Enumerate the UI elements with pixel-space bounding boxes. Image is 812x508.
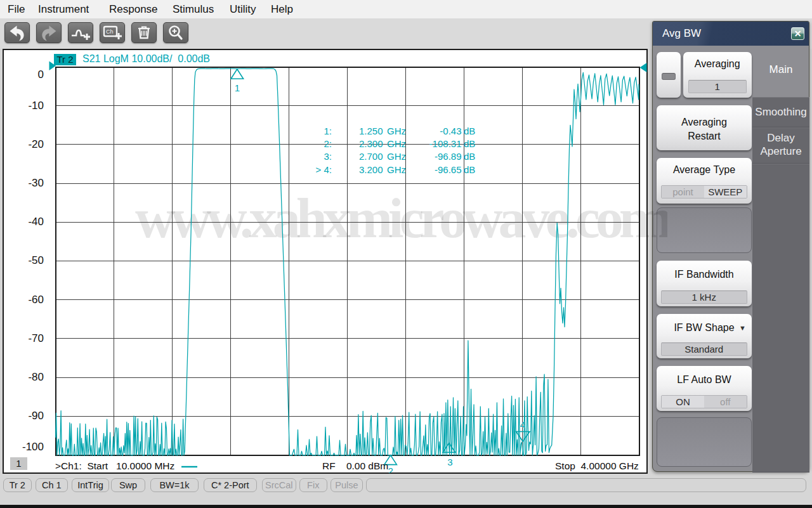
svg-text:4: 4 [520,419,525,430]
svg-text:1: 1 [235,82,240,93]
